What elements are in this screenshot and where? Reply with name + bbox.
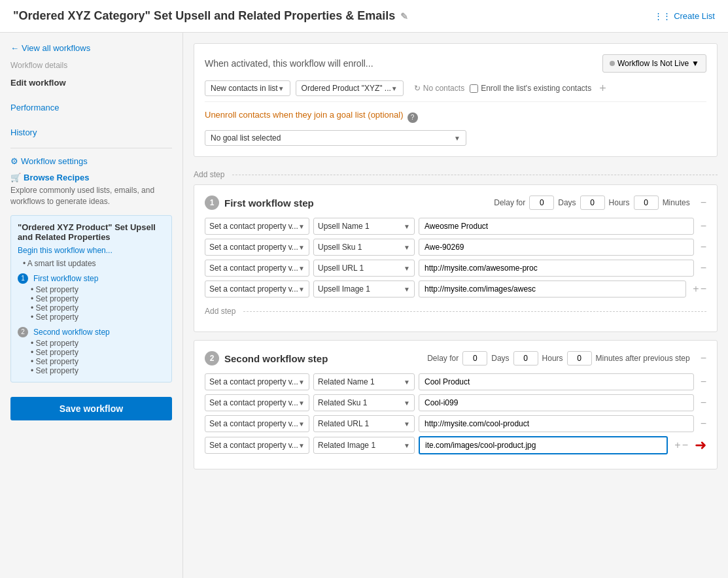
step1-row-actions-2: − (701, 242, 706, 252)
step1-minutes-input[interactable] (634, 196, 659, 210)
step2-link[interactable]: Second workflow step (33, 328, 110, 337)
enrollment-section: When activated, this workflow will enrol… (194, 43, 718, 157)
performance-nav[interactable]: Performance (10, 100, 172, 115)
step1-value-input-1[interactable] (419, 218, 694, 235)
workflow-settings-link[interactable]: ⚙ Workflow settings (10, 156, 172, 166)
step2-remove-button[interactable]: − (701, 352, 706, 364)
step2-property-select-4[interactable]: Related Image 1 ▼ (313, 437, 415, 454)
page-wrapper: "Ordered XYZ Category" Set Upsell and Re… (0, 0, 728, 578)
step1-remove-row-button-2[interactable]: − (701, 242, 706, 252)
step1-header: 1 First workflow step Delay for Days Hou… (205, 196, 706, 210)
step1-hours-input[interactable] (580, 196, 605, 210)
save-workflow-button[interactable]: Save workflow (10, 397, 172, 420)
step1-card: 1 First workflow step Delay for Days Hou… (194, 184, 718, 332)
add-step-label-2: Add step (205, 307, 235, 316)
trigger-select-label: New contacts in list (211, 84, 278, 93)
step2-value-input-3[interactable] (419, 415, 694, 432)
add-enrollment-button[interactable]: + (599, 82, 606, 95)
step2-property-select-2[interactable]: Related Sku 1 ▼ (313, 394, 415, 411)
step2-action-select-4[interactable]: Set a contact property v... ▼ (205, 437, 309, 454)
step1-remove-row-button-4[interactable]: − (701, 284, 706, 294)
step2-remove-row-button-2[interactable]: − (701, 398, 706, 408)
step1-remove-button[interactable]: − (701, 197, 706, 209)
dropdown-caret-icon: ▼ (404, 420, 410, 428)
step1-property-select-2[interactable]: Upsell Sku 1 ▼ (313, 239, 415, 256)
edit-icon[interactable]: ✎ (400, 11, 408, 22)
step1-hours-label: Hours (609, 198, 630, 207)
enrollment-header: When activated, this workflow will enrol… (205, 54, 706, 73)
step1-property-label-2: Upsell Sku 1 (318, 243, 362, 252)
back-to-workflows-link[interactable]: View all workflows (10, 43, 172, 53)
step1-action-select-4[interactable]: Set a contact property v... ▼ (205, 280, 309, 298)
step2-remove-row-button-4[interactable]: − (682, 440, 688, 450)
step2-value-input-1[interactable] (419, 373, 694, 390)
step1-days-input[interactable] (529, 196, 554, 210)
step2-row-actions-4: + − (674, 440, 688, 450)
page-title-text: "Ordered XYZ Category" Set Upsell and Re… (13, 9, 395, 23)
browse-recipes-link[interactable]: 🛒 Browse Recipes (10, 173, 172, 182)
step1-action-select-2[interactable]: Set a contact property v... ▼ (205, 239, 309, 256)
goal-help-icon[interactable]: ? (407, 112, 418, 123)
list-select[interactable]: Ordered Product "XYZ" ... ▼ (296, 80, 404, 96)
step2-number-badge: 2 (205, 351, 219, 366)
trigger-select[interactable]: New contacts in list ▼ (205, 80, 290, 96)
step2-action-select-1[interactable]: Set a contact property v... ▼ (205, 373, 309, 390)
dropdown-caret-icon: ▼ (404, 265, 410, 272)
enroll-existing-checkbox-label[interactable]: Enroll the list's existing contacts (470, 84, 591, 93)
step2-minutes-input[interactable] (567, 351, 592, 366)
step2-property-label-2: Related Sku 1 (318, 398, 367, 407)
step1-action-label-3: Set a contact property v... (209, 264, 298, 273)
step1-link[interactable]: First workflow step (33, 274, 98, 283)
step1-property-select-3[interactable]: Upsell URL 1 ▼ (313, 260, 415, 277)
step1-minutes-label: Minutes (663, 198, 690, 207)
step1-delay-label: Delay for (494, 198, 525, 207)
step1-sub-3: • Set property (18, 303, 165, 313)
add-step-row-1[interactable]: Add step (194, 165, 718, 184)
step2-add-row-button-4[interactable]: + (674, 440, 680, 450)
step2-remove-row-button-3[interactable]: − (701, 418, 706, 429)
dropdown-caret-icon: ▼ (404, 400, 410, 407)
step2-hours-label: Hours (542, 354, 563, 363)
workflow-details-label: Workflow details (10, 61, 172, 70)
step1-remove-row-button-3[interactable]: − (701, 263, 706, 273)
step2-sub-4: • Set property (18, 366, 165, 375)
trigger-dropdown-icon: ▼ (278, 85, 285, 92)
workflow-status-button[interactable]: Workflow Is Not Live ▼ (602, 54, 706, 73)
step1-actions: Set a contact property v... ▼ Upsell Nam… (205, 218, 706, 298)
step2-action-label-1: Set a contact property v... (209, 377, 298, 386)
add-step-label-1: Add step (194, 170, 224, 179)
step1-value-input-4[interactable] (419, 280, 686, 298)
step1-remove-row-button-1[interactable]: − (701, 221, 706, 231)
history-nav[interactable]: History (10, 125, 172, 140)
page-header: "Ordered XYZ Category" Set Upsell and Re… (0, 0, 728, 33)
step2-remove-row-button-1[interactable]: − (701, 377, 706, 387)
step1-row-actions-3: − (701, 263, 706, 273)
step2-property-select-3[interactable]: Related URL 1 ▼ (313, 415, 415, 432)
edit-workflow-nav[interactable]: Edit workflow (10, 75, 172, 90)
step1-value-input-2[interactable] (419, 239, 694, 256)
create-list-button[interactable]: ⋮⋮ Create List (654, 11, 715, 21)
step2-action-row-2: Set a contact property v... ▼ Related Sk… (205, 394, 706, 411)
step1-action-select-3[interactable]: Set a contact property v... ▼ (205, 260, 309, 277)
step1-action-select-1[interactable]: Set a contact property v... ▼ (205, 218, 309, 235)
step2-property-select-1[interactable]: Related Name 1 ▼ (313, 373, 415, 390)
step1-value-input-3[interactable] (419, 260, 694, 277)
step2-days-input[interactable] (462, 351, 487, 366)
add-step-row-2[interactable]: Add step (205, 301, 706, 321)
step1-property-select-4[interactable]: Upsell Image 1 ▼ (313, 280, 415, 298)
step2-value-input-4[interactable] (419, 436, 668, 454)
no-contacts-text: No contacts (423, 84, 464, 93)
step1-property-select-1[interactable]: Upsell Name 1 ▼ (313, 218, 415, 235)
step2-property-label-3: Related URL 1 (318, 419, 369, 428)
step1-delay-row: Delay for Days Hours Minutes (494, 196, 689, 210)
step1-property-label-4: Upsell Image 1 (318, 284, 370, 294)
step1-add-row-button-4[interactable]: + (693, 284, 699, 294)
step2-value-input-2[interactable] (419, 394, 694, 411)
enroll-existing-checkbox[interactable] (470, 84, 478, 93)
step1-section: 1 First workflow step • Set property • S… (18, 273, 165, 322)
goal-list-select[interactable]: No goal list selected ▼ (205, 130, 466, 146)
step2-hours-input[interactable] (513, 351, 538, 366)
step2-action-select-3[interactable]: Set a contact property v... ▼ (205, 415, 309, 432)
step2-action-select-2[interactable]: Set a contact property v... ▼ (205, 394, 309, 411)
page-title: "Ordered XYZ Category" Set Upsell and Re… (13, 9, 408, 23)
